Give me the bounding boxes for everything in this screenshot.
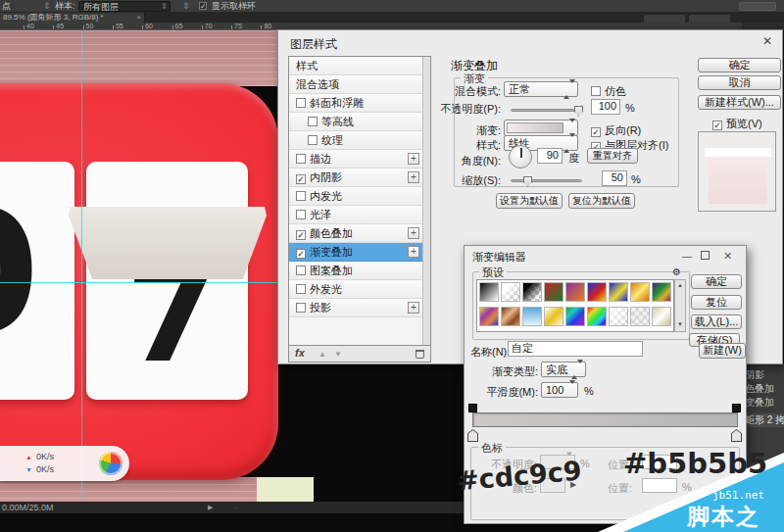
document-tab[interactable]: 89.5% (圆角矩形 3, RGB/8) * × [0, 13, 145, 23]
list-scrollbar[interactable] [422, 57, 430, 345]
effect-checkbox[interactable] [296, 284, 306, 294]
name-field[interactable]: 自定 [508, 341, 643, 357]
effect-checkbox[interactable]: ✓ [296, 230, 306, 240]
gradient-type-dropdown[interactable]: 实底 [541, 362, 586, 377]
effect-checkbox[interactable] [296, 98, 306, 108]
close-icon[interactable]: ✕ [723, 251, 732, 261]
layer-style-item-13[interactable]: 投影+ [289, 299, 430, 317]
gradient-preset-swatch-5[interactable] [587, 282, 607, 302]
show-ring-checkbox[interactable]: ✓ [199, 2, 207, 10]
effect-checkbox[interactable] [296, 266, 306, 275]
gradient-preset-swatch-16[interactable] [630, 307, 650, 326]
gradient-preset-swatch-17[interactable] [652, 307, 671, 326]
sample-dropdown[interactable]: 所有图层 ⇕ [78, 1, 171, 12]
workspace-button[interactable] [739, 2, 776, 11]
effect-checkbox[interactable] [296, 303, 306, 313]
gradient-preview-bar[interactable] [472, 412, 738, 427]
gradient-preset-swatch-3[interactable] [544, 282, 564, 302]
cancel-button[interactable]: 取消 [698, 75, 781, 90]
gradient-preset-swatch-0[interactable] [479, 282, 499, 302]
network-speed-widget[interactable]: ▲0K/s▼0K/s [0, 446, 129, 481]
tab-close-icon[interactable]: × [136, 13, 141, 23]
layer-style-item-12[interactable]: 外发光 [289, 280, 430, 299]
add-effect-icon[interactable]: + [408, 246, 419, 258]
add-effect-icon[interactable]: + [408, 227, 419, 239]
gradient-preset-swatch-9[interactable] [479, 307, 499, 326]
layer-style-item-10[interactable]: ✓渐变叠加+ [289, 243, 430, 262]
load-button[interactable]: 载入(L)... [691, 314, 742, 329]
dither-checkbox[interactable]: 仿色 [591, 84, 626, 99]
status-flyout-icon[interactable]: ▶ [208, 502, 213, 513]
new-style-button[interactable]: 新建样式(W)... [698, 95, 781, 110]
panel-tab-stub[interactable] [689, 15, 730, 23]
scroll-up-icon[interactable]: ▲ [675, 281, 685, 289]
layer-style-item-7[interactable]: 内发光 [289, 187, 430, 206]
gradient-preset-swatch-2[interactable] [522, 282, 542, 302]
opacity-stop-right[interactable] [732, 404, 741, 412]
new-button[interactable]: 新建(W) [699, 343, 746, 359]
layer-style-item-4[interactable]: 纹理 [289, 131, 430, 150]
layers-panel-effect-row[interactable]: 变叠加 [745, 396, 774, 410]
blend-mode-dropdown[interactable]: 正常 [504, 81, 578, 97]
opacity-slider[interactable] [511, 109, 582, 112]
scale-slider[interactable] [511, 179, 582, 182]
color-stop-right[interactable] [731, 429, 742, 442]
effect-checkbox[interactable] [308, 117, 318, 126]
effect-checkbox[interactable] [308, 135, 318, 145]
gradient-preset-swatch-11[interactable] [522, 307, 542, 326]
layers-panel-layer-row[interactable]: 矩形 2 拷 [743, 413, 784, 427]
angle-dial[interactable] [509, 145, 532, 169]
layer-style-item-1[interactable]: 混合选项 [289, 75, 430, 94]
gradient-preset-swatch-7[interactable] [630, 282, 650, 302]
gradient-preset-swatch-15[interactable] [609, 307, 628, 326]
gradient-swatch-button[interactable] [504, 120, 578, 136]
opacity-value-field[interactable]: 100 [591, 99, 620, 115]
reset-align-button[interactable]: 重置对齐 [587, 148, 638, 164]
gradient-preset-swatch-10[interactable] [501, 307, 520, 326]
gradient-preset-swatch-6[interactable] [609, 282, 628, 302]
reverse-checkbox[interactable]: ✓反向(R) [591, 123, 641, 138]
stop-color-position-field[interactable] [642, 478, 677, 493]
effect-checkbox[interactable] [296, 154, 306, 164]
ok-button[interactable]: 确定 [698, 58, 781, 73]
move-down-icon[interactable]: ▼ [334, 350, 342, 359]
angle-value-field[interactable]: 90 [537, 148, 563, 164]
panel-tab-stub[interactable] [644, 15, 685, 23]
add-effect-icon[interactable]: + [408, 302, 419, 314]
gradient-preset-swatch-1[interactable] [501, 282, 520, 302]
color-stop-left[interactable] [467, 429, 478, 442]
layer-style-item-9[interactable]: ✓颜色叠加+ [289, 224, 430, 243]
layer-style-item-8[interactable]: 光泽 [289, 206, 430, 224]
layer-style-item-5[interactable]: 描边+ [289, 150, 430, 169]
layer-style-item-11[interactable]: 图案叠加 [289, 262, 430, 280]
gradient-preset-swatch-14[interactable] [587, 307, 607, 326]
layer-style-item-6[interactable]: ✓内阴影+ [289, 169, 430, 187]
reset-default-button[interactable]: 复位为默认值 [568, 193, 635, 209]
move-up-icon[interactable]: ▲ [318, 350, 326, 359]
effect-checkbox[interactable]: ✓ [296, 249, 306, 259]
minimize-icon[interactable]: — [682, 252, 692, 262]
presets-scrollbar[interactable]: ▲▼ [674, 279, 686, 332]
layers-panel-effect-row[interactable]: 阴影 [745, 368, 764, 382]
preview-checkbox[interactable]: ✓预览(V) [712, 117, 762, 131]
scroll-down-icon[interactable]: ▼ [675, 320, 685, 328]
effect-checkbox[interactable] [296, 191, 306, 201]
smoothness-combo[interactable]: 100 [541, 382, 578, 398]
trash-icon[interactable] [416, 350, 424, 359]
close-icon[interactable]: ✕ [762, 35, 772, 47]
opacity-stop-left[interactable] [468, 404, 477, 412]
scale-value-field[interactable]: 50 [602, 170, 627, 186]
layers-panel-effect-row[interactable]: 色叠加 [745, 382, 774, 396]
layer-style-item-0[interactable]: 样式 [289, 57, 430, 75]
ok-button[interactable]: 确定 [691, 274, 742, 289]
set-default-button[interactable]: 设置为默认值 [496, 193, 563, 209]
layer-style-item-3[interactable]: 等高线 [289, 113, 430, 131]
maximize-icon[interactable] [701, 251, 710, 260]
effect-checkbox[interactable]: ✓ [296, 174, 306, 184]
effect-checkbox[interactable] [296, 210, 306, 219]
gradient-preset-swatch-4[interactable] [565, 282, 585, 302]
reset-button[interactable]: 复位 [691, 295, 742, 310]
gradient-preset-swatch-13[interactable] [565, 307, 585, 326]
gear-icon[interactable]: ⚙ [672, 266, 681, 277]
gradient-preset-swatch-8[interactable] [652, 282, 671, 302]
